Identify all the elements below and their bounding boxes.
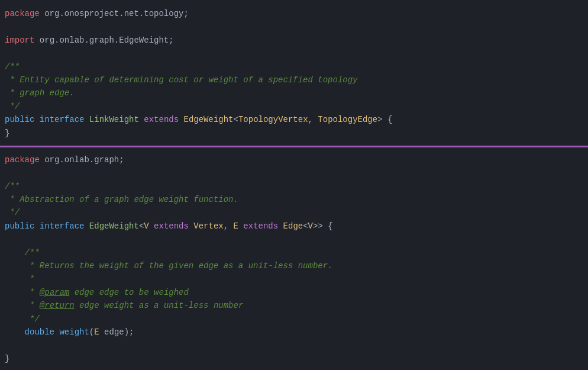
code-line: package org.onosproject.net.topology; — [0, 7, 588, 20]
code-line — [0, 20, 588, 33]
code-line — [0, 339, 588, 352]
code-line: public interface LinkWeight extends Edge… — [0, 113, 588, 126]
code-content: * @param edge edge to be weighed — [5, 286, 583, 299]
code-content: * Returns the weight of the given edge a… — [5, 259, 583, 272]
code-line: * graph edge. — [0, 86, 588, 99]
code-content: } — [5, 352, 583, 365]
section-top: package org.onosproject.net.topology; im… — [0, 5, 588, 142]
code-line: /** — [0, 180, 588, 193]
section-divider — [0, 146, 588, 147]
code-line: package org.onlab.graph; — [0, 153, 588, 166]
code-content: /** — [5, 60, 583, 73]
code-content: } — [5, 127, 583, 140]
code-line: * @param edge edge to be weighed — [0, 286, 588, 299]
code-line: } — [0, 352, 588, 365]
code-content: */ — [5, 206, 583, 219]
code-content — [5, 339, 583, 352]
code-line: * Entity capable of determining cost or … — [0, 73, 588, 86]
code-line: /** — [0, 246, 588, 259]
code-content — [5, 166, 583, 179]
code-line — [0, 166, 588, 179]
section-bottom: package org.onlab.graph; /** * Abstracti… — [0, 151, 588, 368]
code-content: public interface EdgeWeight<V extends Ve… — [5, 220, 583, 233]
code-line: * Returns the weight of the given edge a… — [0, 259, 588, 272]
code-content: * — [5, 272, 583, 285]
code-content: /** — [5, 180, 583, 193]
code-content: public interface LinkWeight extends Edge… — [5, 113, 583, 126]
code-line — [0, 47, 588, 60]
code-content: /** — [5, 246, 583, 259]
code-content: * Abstraction of a graph edge weight fun… — [5, 193, 583, 206]
code-content: * @return edge weight as a unit-less num… — [5, 299, 583, 312]
code-content — [5, 20, 583, 33]
code-line: * Abstraction of a graph edge weight fun… — [0, 193, 588, 206]
code-content: * graph edge. — [5, 86, 583, 99]
code-line: * @return edge weight as a unit-less num… — [0, 299, 588, 312]
code-line: public interface EdgeWeight<V extends Ve… — [0, 220, 588, 233]
code-content: double weight(E edge); — [5, 326, 583, 339]
code-line: */ — [0, 313, 588, 326]
code-content: package org.onosproject.net.topology; — [5, 7, 583, 20]
code-content: */ — [5, 313, 583, 326]
code-content: import org.onlab.graph.EdgeWeight; — [5, 34, 583, 47]
code-content: */ — [5, 100, 583, 113]
code-content: package org.onlab.graph; — [5, 153, 583, 166]
code-line: /** — [0, 60, 588, 73]
code-line: */ — [0, 206, 588, 219]
code-content — [5, 47, 583, 60]
code-line: * — [0, 272, 588, 285]
code-container: package org.onosproject.net.topology; im… — [0, 0, 588, 370]
code-content: * Entity capable of determining cost or … — [5, 73, 583, 86]
code-content — [5, 233, 583, 246]
code-line: */ — [0, 100, 588, 113]
code-line: double weight(E edge); — [0, 326, 588, 339]
code-line: } — [0, 127, 588, 140]
code-line — [0, 233, 588, 246]
code-line: import org.onlab.graph.EdgeWeight; — [0, 34, 588, 47]
